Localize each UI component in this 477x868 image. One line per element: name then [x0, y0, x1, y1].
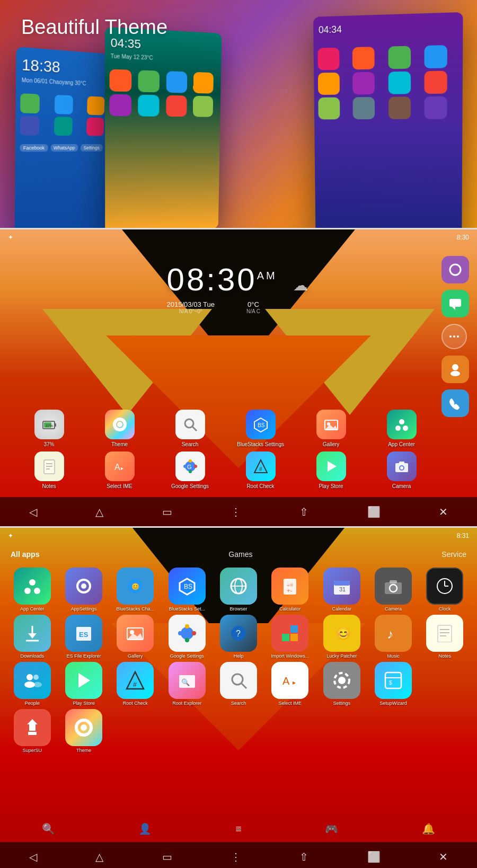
app-rootcheck[interactable]: # Root Check	[227, 451, 294, 489]
allapps-gallery[interactable]: Gallery	[111, 615, 160, 659]
allapps-bottom-bar: 🔍 👤 ≡ 🎮 🔔	[0, 816, 477, 842]
phone2-icon	[192, 96, 213, 117]
tool-notify[interactable]: 🔔	[422, 822, 435, 835]
allapps-downloads[interactable]: Downloads	[8, 615, 56, 659]
tab-allapps[interactable]: All apps	[11, 550, 39, 559]
home-clock-details: 2015/03/03 Tue N/A 0°~0° 0°C N/A C	[167, 300, 311, 314]
phone1-icon	[87, 96, 105, 115]
phone1-icon	[55, 95, 73, 114]
allapps-nav-back[interactable]: ◁	[29, 851, 37, 863]
allapps-supersu[interactable]: SuperSU	[8, 709, 56, 753]
tool-user[interactable]: 👤	[138, 822, 152, 835]
allapps-calendar[interactable]: 31 Calendar	[317, 568, 366, 612]
home-icon-contacts[interactable]	[441, 356, 469, 383]
allapps-nav-window[interactable]: ⬜	[367, 851, 381, 863]
app-bluestacks-icon: BS	[246, 410, 276, 439]
svg-point-14	[185, 419, 193, 428]
svg-text:BS: BS	[184, 583, 192, 590]
tool-game[interactable]: 🎮	[325, 822, 338, 835]
svg-rect-58	[334, 581, 350, 586]
home-status-left: ✦	[8, 234, 13, 241]
allapps-camera[interactable]: Camera	[369, 568, 417, 612]
home-icon-dots[interactable]	[441, 324, 467, 349]
allapps-settings[interactable]: Settings	[317, 662, 366, 706]
app-selectime[interactable]: A▸ Select IME	[86, 451, 153, 489]
app-gallery[interactable]: Gallery	[298, 410, 364, 447]
app-theme[interactable]: Theme	[86, 410, 153, 447]
allapps-appsettings[interactable]: AppSettings	[59, 568, 108, 612]
allapps-luckypatch[interactable]: 😊 Lucky Patcher	[317, 615, 366, 659]
app-bluestacks[interactable]: BS BlueStacks Settings	[227, 410, 294, 447]
app-bluestacks-label: BlueStacks Settings	[237, 441, 284, 447]
allapps-nav-share[interactable]: ⇧	[299, 851, 308, 863]
allapps-bluestacksc[interactable]: 😊 BlueStacks Cha...	[111, 568, 160, 612]
allapps-music[interactable]: ♪ Music	[369, 615, 417, 659]
nav-recent[interactable]: ▭	[162, 506, 172, 518]
home-right-icons	[441, 256, 469, 417]
tab-games[interactable]: Games	[228, 550, 252, 559]
allapps-browser[interactable]: Browser	[214, 568, 262, 612]
svg-marker-73	[127, 633, 143, 640]
allapps-appcenter[interactable]: App Center	[8, 568, 56, 612]
nav-back[interactable]: ◁	[29, 506, 37, 518]
allapps-googlesettings[interactable]: Google Settings	[163, 615, 211, 659]
allapps-nav-home[interactable]: △	[95, 851, 103, 863]
home-icon-phone[interactable]	[441, 389, 469, 417]
allapps-rootexplorer[interactable]: 🔍 Root Explorer	[163, 662, 211, 706]
allapps-appcenter-icon	[14, 568, 51, 605]
allapps-setupwizard[interactable]: $ SetupWizard	[369, 662, 417, 706]
banner-section: 18:38 Mon 06/01 Chaoyang 30°C Facebook W…	[0, 0, 477, 228]
svg-point-43	[24, 588, 31, 594]
allapps-importwin[interactable]: Import Windows...	[266, 615, 314, 659]
phone3-icon	[388, 46, 411, 69]
app-appcenter[interactable]: App Center	[368, 410, 435, 447]
svg-line-15	[192, 427, 197, 431]
app-notes[interactable]: Notes	[16, 451, 82, 489]
app-playstore[interactable]: Play Store	[298, 451, 364, 489]
nav-home[interactable]: △	[95, 506, 103, 518]
svg-marker-20	[325, 424, 338, 430]
allapps-selectime[interactable]: A▸ Select IME	[266, 662, 314, 706]
svg-marker-37	[328, 461, 337, 472]
allapps-status-bar: ✦ 8:31	[0, 528, 477, 544]
allapps-rootcheck[interactable]: # Root Check	[111, 662, 160, 706]
allapps-theme[interactable]: Theme	[59, 709, 108, 753]
home-icon-messages[interactable]	[441, 290, 469, 317]
allapps-search[interactable]: Search	[214, 662, 262, 706]
app-gallery-label: Gallery	[323, 441, 340, 447]
allapps-esfile[interactable]: ES ES File Explorer	[59, 615, 108, 659]
allapps-nav-menu[interactable]: ⋮	[231, 851, 241, 863]
phone3-icon	[352, 47, 375, 69]
nav-window[interactable]: ⬜	[367, 506, 381, 518]
allapps-bluestackss-icon: BS	[169, 568, 206, 605]
home-icon-ring[interactable]	[441, 256, 469, 284]
svg-point-7	[450, 371, 460, 376]
allapps-help[interactable]: ? Help	[214, 615, 262, 659]
app-googlesettings[interactable]: G Google Settings	[157, 451, 223, 489]
allapps-nav-close[interactable]: ✕	[439, 851, 448, 863]
nav-close[interactable]: ✕	[439, 506, 448, 518]
allapps-downloads-label: Downloads	[20, 653, 44, 659]
app-search[interactable]: Search	[157, 410, 223, 447]
svg-point-46	[81, 583, 86, 589]
tool-menu[interactable]: ≡	[235, 823, 242, 835]
tab-service[interactable]: Service	[441, 550, 466, 559]
allapps-people[interactable]: People	[8, 662, 56, 706]
svg-point-76	[192, 631, 196, 635]
allapps-clock[interactable]: Clock	[421, 568, 469, 612]
app-battery[interactable]: 37% 37%	[16, 410, 82, 447]
home-status-bar: ✦ 8:30	[0, 229, 477, 245]
allapps-notes[interactable]: Notes	[421, 615, 469, 659]
allapps-playstore[interactable]: Play Store	[59, 662, 108, 706]
tool-zoom[interactable]: 🔍	[42, 822, 55, 835]
app-search-icon	[175, 410, 205, 439]
allapps-calculator[interactable]: ÷=+- Calculator	[266, 568, 314, 612]
nav-share[interactable]: ⇧	[299, 506, 308, 518]
allapps-nav-recent[interactable]: ▭	[162, 851, 172, 863]
allapps-bluestackss[interactable]: BS BlueStacks Set...	[163, 568, 211, 612]
allapps-luckypatch-icon: 😊	[323, 615, 360, 652]
nav-menu[interactable]: ⋮	[231, 506, 241, 518]
app-camera[interactable]: Camera	[368, 451, 435, 489]
svg-rect-82	[290, 625, 298, 633]
phone3-icon	[424, 45, 447, 68]
